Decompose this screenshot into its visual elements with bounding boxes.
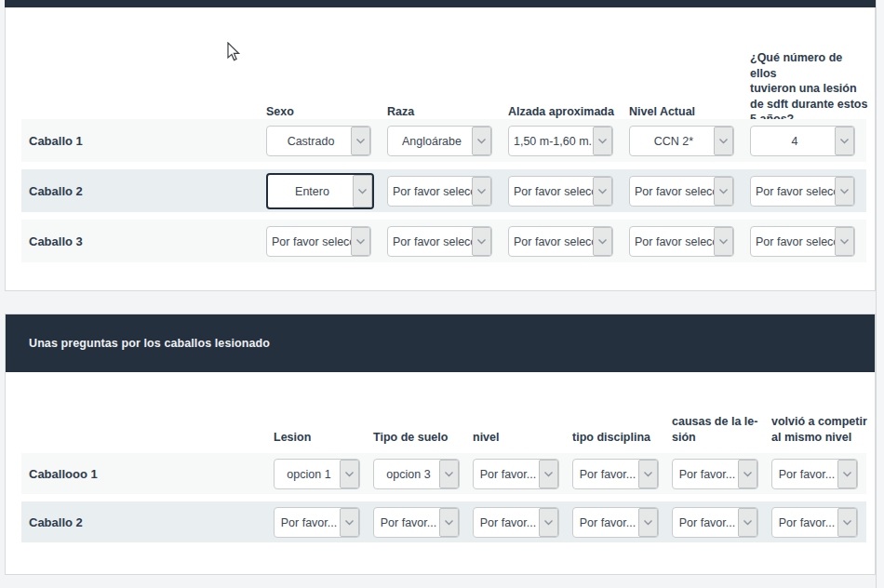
select-disciplina-caballooo1[interactable]: Por favor... (572, 459, 659, 489)
question-group-title: Unas preguntas por los caballos lesionad… (29, 337, 270, 350)
chevron-down-icon (738, 460, 757, 488)
row-label: Caballo 1 (29, 134, 83, 148)
chevron-down-icon (351, 227, 370, 256)
chevron-down-icon (738, 508, 757, 537)
select-lesion-caballo2[interactable]: Por favor... (274, 507, 360, 538)
select-nivel-caballo3[interactable]: Por favor selecc (629, 226, 734, 257)
chevron-down-icon (539, 460, 558, 488)
question-panel-caballos: Sexo Raza Alzada aproximada Nivel Actual… (5, 7, 876, 291)
select-suelo-caballooo1[interactable]: opcion 3 (373, 459, 460, 489)
mouse-cursor-icon (226, 42, 241, 66)
column-header-nivel: nivel (473, 430, 566, 446)
column-header-num-lesion: ¿Qué número de ellos tuvieron una lesión… (750, 50, 869, 127)
select-raza-caballo1[interactable]: Angloárabe (387, 126, 492, 156)
select-nivel-caballo2-t2[interactable]: Por favor... (473, 507, 559, 538)
select-volvio-caballooo1[interactable]: Por favor... (771, 459, 858, 489)
chevron-down-icon (340, 508, 359, 537)
chevron-down-icon (638, 460, 658, 488)
chevron-down-icon (835, 227, 854, 256)
select-raza-caballo3[interactable]: Por favor selecc (387, 226, 492, 257)
select-lesion-caballooo1[interactable]: opcion 1 (274, 459, 360, 489)
question-panel-caballos-lesionados: Unas preguntas por los caballos lesionad… (5, 314, 876, 575)
column-header-volvio-competir: volvió a competir al mismo nivel (771, 414, 868, 445)
chevron-down-icon (593, 177, 612, 206)
select-suelo-caballo2[interactable]: Por favor... (373, 507, 460, 538)
column-header-sexo: Sexo (266, 104, 373, 120)
chevron-down-icon (351, 127, 370, 155)
select-alzada-caballo1[interactable]: 1,50 m-1,60 m. (508, 126, 613, 156)
select-numlesion-caballo3[interactable]: Por favor selecc (750, 226, 855, 257)
select-alzada-caballo3[interactable]: Por favor selecc (508, 226, 613, 257)
chevron-down-icon (714, 177, 733, 206)
select-volvio-caballo2[interactable]: Por favor... (771, 507, 858, 538)
select-nivel-caballo1[interactable]: CCN 2* (629, 126, 734, 156)
previous-group-header-bar (5, 0, 876, 7)
survey-page: Sexo Raza Alzada aproximada Nivel Actual… (0, 0, 884, 588)
chevron-down-icon (837, 508, 857, 537)
select-causas-caballooo1[interactable]: Por favor... (672, 459, 758, 489)
select-alzada-caballo2[interactable]: Por favor selecc (508, 176, 613, 207)
select-causas-caballo2[interactable]: Por favor... (672, 507, 758, 538)
column-header-causas: causas de la le- sión (672, 414, 765, 445)
question-group-header: Unas preguntas por los caballos lesionad… (6, 314, 875, 372)
select-sexo-caballo1[interactable]: Castrado (266, 126, 371, 156)
select-nivel-caballo2[interactable]: Por favor selecc (629, 176, 734, 207)
column-header-tipo-disciplina: tipo disciplina (572, 430, 669, 446)
select-sexo-caballo3[interactable]: Por favor selecc (266, 226, 371, 257)
chevron-down-icon (638, 508, 658, 537)
chevron-down-icon (472, 127, 491, 155)
chevron-down-icon (593, 127, 612, 155)
scrollbar-track[interactable] (876, 0, 884, 588)
chevron-down-icon (539, 508, 558, 537)
select-sexo-caballo2[interactable]: Entero (266, 173, 374, 209)
chevron-down-icon (439, 460, 459, 488)
chevron-down-icon (472, 177, 491, 206)
select-disciplina-caballo2[interactable]: Por favor... (572, 507, 659, 538)
chevron-down-icon (340, 460, 359, 488)
chevron-down-icon (714, 127, 733, 155)
column-header-tipo-suelo: Tipo de suelo (373, 430, 466, 446)
chevron-down-icon (837, 460, 857, 488)
select-numlesion-caballo1[interactable]: 4 (750, 126, 855, 156)
select-nivel-caballooo1[interactable]: Por favor... (473, 459, 559, 489)
chevron-down-icon (593, 227, 612, 256)
row-label: Caballo 3 (29, 234, 83, 248)
chevron-down-icon (835, 177, 854, 206)
row-label: Caballooo 1 (29, 467, 98, 481)
select-numlesion-caballo2[interactable]: Por favor selecc (750, 176, 855, 207)
select-raza-caballo2[interactable]: Por favor selecc (387, 176, 492, 207)
chevron-down-icon (714, 227, 733, 256)
chevron-down-icon (353, 175, 372, 207)
row-label: Caballo 2 (29, 515, 83, 529)
column-header-raza: Raza (387, 104, 494, 120)
chevron-down-icon (472, 227, 491, 256)
chevron-down-icon (835, 127, 854, 155)
chevron-down-icon (439, 508, 459, 537)
column-header-nivel-actual: Nivel Actual (629, 104, 736, 120)
column-header-alzada: Alzada aproximada (508, 104, 624, 120)
row-label: Caballo 2 (29, 184, 83, 198)
column-header-lesion: Lesion (274, 430, 367, 446)
